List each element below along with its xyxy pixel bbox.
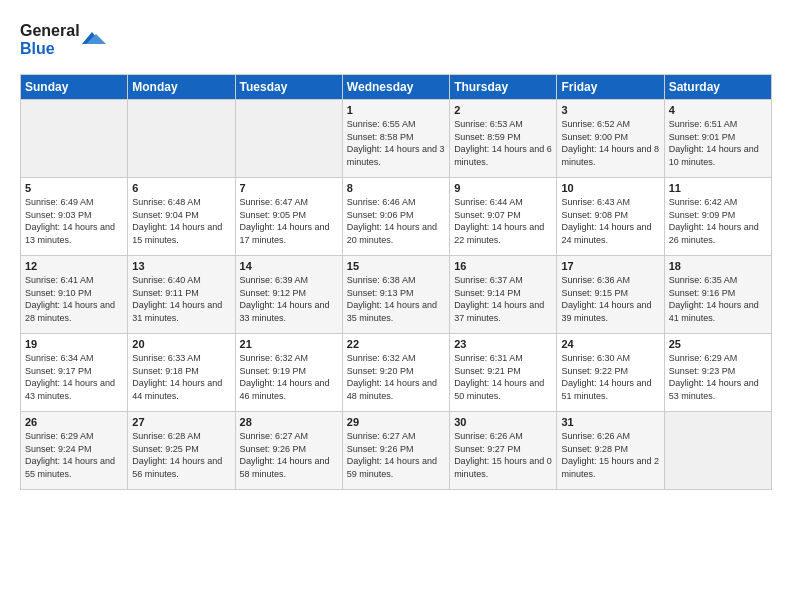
calendar-body: 1Sunrise: 6:55 AMSunset: 8:58 PMDaylight… — [21, 100, 772, 490]
calendar-cell: 1Sunrise: 6:55 AMSunset: 8:58 PMDaylight… — [342, 100, 449, 178]
calendar-week-3: 12Sunrise: 6:41 AMSunset: 9:10 PMDayligh… — [21, 256, 772, 334]
calendar-cell — [21, 100, 128, 178]
cell-content: Sunrise: 6:41 AMSunset: 9:10 PMDaylight:… — [25, 274, 123, 324]
cell-content: Sunrise: 6:49 AMSunset: 9:03 PMDaylight:… — [25, 196, 123, 246]
day-number: 2 — [454, 104, 552, 116]
calendar-cell: 6Sunrise: 6:48 AMSunset: 9:04 PMDaylight… — [128, 178, 235, 256]
calendar-cell: 24Sunrise: 6:30 AMSunset: 9:22 PMDayligh… — [557, 334, 664, 412]
day-number: 30 — [454, 416, 552, 428]
day-number: 27 — [132, 416, 230, 428]
weekday-header-friday: Friday — [557, 75, 664, 100]
day-number: 3 — [561, 104, 659, 116]
cell-content: Sunrise: 6:46 AMSunset: 9:06 PMDaylight:… — [347, 196, 445, 246]
calendar-cell: 5Sunrise: 6:49 AMSunset: 9:03 PMDaylight… — [21, 178, 128, 256]
calendar-cell: 21Sunrise: 6:32 AMSunset: 9:19 PMDayligh… — [235, 334, 342, 412]
day-number: 20 — [132, 338, 230, 350]
calendar-cell: 14Sunrise: 6:39 AMSunset: 9:12 PMDayligh… — [235, 256, 342, 334]
svg-text:Blue: Blue — [20, 40, 55, 57]
calendar-cell: 2Sunrise: 6:53 AMSunset: 8:59 PMDaylight… — [450, 100, 557, 178]
calendar-cell: 4Sunrise: 6:51 AMSunset: 9:01 PMDaylight… — [664, 100, 771, 178]
calendar-cell: 18Sunrise: 6:35 AMSunset: 9:16 PMDayligh… — [664, 256, 771, 334]
calendar-cell: 10Sunrise: 6:43 AMSunset: 9:08 PMDayligh… — [557, 178, 664, 256]
weekday-header-sunday: Sunday — [21, 75, 128, 100]
day-number: 6 — [132, 182, 230, 194]
calendar-cell: 27Sunrise: 6:28 AMSunset: 9:25 PMDayligh… — [128, 412, 235, 490]
cell-content: Sunrise: 6:29 AMSunset: 9:24 PMDaylight:… — [25, 430, 123, 480]
calendar-week-4: 19Sunrise: 6:34 AMSunset: 9:17 PMDayligh… — [21, 334, 772, 412]
page-header: General Blue — [20, 16, 772, 64]
day-number: 25 — [669, 338, 767, 350]
calendar-cell: 17Sunrise: 6:36 AMSunset: 9:15 PMDayligh… — [557, 256, 664, 334]
cell-content: Sunrise: 6:40 AMSunset: 9:11 PMDaylight:… — [132, 274, 230, 324]
day-number: 22 — [347, 338, 445, 350]
cell-content: Sunrise: 6:37 AMSunset: 9:14 PMDaylight:… — [454, 274, 552, 324]
calendar-cell: 23Sunrise: 6:31 AMSunset: 9:21 PMDayligh… — [450, 334, 557, 412]
cell-content: Sunrise: 6:27 AMSunset: 9:26 PMDaylight:… — [347, 430, 445, 480]
logo-icon: General Blue — [20, 16, 110, 60]
day-number: 23 — [454, 338, 552, 350]
cell-content: Sunrise: 6:43 AMSunset: 9:08 PMDaylight:… — [561, 196, 659, 246]
svg-text:General: General — [20, 22, 80, 39]
weekday-header-tuesday: Tuesday — [235, 75, 342, 100]
calendar-header-row: SundayMondayTuesdayWednesdayThursdayFrid… — [21, 75, 772, 100]
calendar-cell: 13Sunrise: 6:40 AMSunset: 9:11 PMDayligh… — [128, 256, 235, 334]
cell-content: Sunrise: 6:39 AMSunset: 9:12 PMDaylight:… — [240, 274, 338, 324]
logo: General Blue — [20, 16, 110, 64]
calendar-week-1: 1Sunrise: 6:55 AMSunset: 8:58 PMDaylight… — [21, 100, 772, 178]
calendar-cell: 20Sunrise: 6:33 AMSunset: 9:18 PMDayligh… — [128, 334, 235, 412]
calendar-week-5: 26Sunrise: 6:29 AMSunset: 9:24 PMDayligh… — [21, 412, 772, 490]
cell-content: Sunrise: 6:52 AMSunset: 9:00 PMDaylight:… — [561, 118, 659, 168]
cell-content: Sunrise: 6:42 AMSunset: 9:09 PMDaylight:… — [669, 196, 767, 246]
cell-content: Sunrise: 6:29 AMSunset: 9:23 PMDaylight:… — [669, 352, 767, 402]
day-number: 26 — [25, 416, 123, 428]
day-number: 8 — [347, 182, 445, 194]
day-number: 18 — [669, 260, 767, 272]
cell-content: Sunrise: 6:35 AMSunset: 9:16 PMDaylight:… — [669, 274, 767, 324]
day-number: 5 — [25, 182, 123, 194]
cell-content: Sunrise: 6:47 AMSunset: 9:05 PMDaylight:… — [240, 196, 338, 246]
calendar-week-2: 5Sunrise: 6:49 AMSunset: 9:03 PMDaylight… — [21, 178, 772, 256]
calendar-cell: 31Sunrise: 6:26 AMSunset: 9:28 PMDayligh… — [557, 412, 664, 490]
calendar-cell: 30Sunrise: 6:26 AMSunset: 9:27 PMDayligh… — [450, 412, 557, 490]
cell-content: Sunrise: 6:53 AMSunset: 8:59 PMDaylight:… — [454, 118, 552, 168]
day-number: 15 — [347, 260, 445, 272]
weekday-header-thursday: Thursday — [450, 75, 557, 100]
day-number: 9 — [454, 182, 552, 194]
day-number: 24 — [561, 338, 659, 350]
day-number: 11 — [669, 182, 767, 194]
weekday-header-monday: Monday — [128, 75, 235, 100]
calendar-cell: 16Sunrise: 6:37 AMSunset: 9:14 PMDayligh… — [450, 256, 557, 334]
day-number: 17 — [561, 260, 659, 272]
calendar-cell: 29Sunrise: 6:27 AMSunset: 9:26 PMDayligh… — [342, 412, 449, 490]
day-number: 10 — [561, 182, 659, 194]
day-number: 28 — [240, 416, 338, 428]
calendar-cell: 15Sunrise: 6:38 AMSunset: 9:13 PMDayligh… — [342, 256, 449, 334]
calendar-cell — [664, 412, 771, 490]
day-number: 19 — [25, 338, 123, 350]
calendar-cell: 19Sunrise: 6:34 AMSunset: 9:17 PMDayligh… — [21, 334, 128, 412]
cell-content: Sunrise: 6:55 AMSunset: 8:58 PMDaylight:… — [347, 118, 445, 168]
calendar-cell: 8Sunrise: 6:46 AMSunset: 9:06 PMDaylight… — [342, 178, 449, 256]
cell-content: Sunrise: 6:36 AMSunset: 9:15 PMDaylight:… — [561, 274, 659, 324]
calendar-cell: 12Sunrise: 6:41 AMSunset: 9:10 PMDayligh… — [21, 256, 128, 334]
cell-content: Sunrise: 6:26 AMSunset: 9:28 PMDaylight:… — [561, 430, 659, 480]
calendar-cell: 28Sunrise: 6:27 AMSunset: 9:26 PMDayligh… — [235, 412, 342, 490]
cell-content: Sunrise: 6:32 AMSunset: 9:19 PMDaylight:… — [240, 352, 338, 402]
cell-content: Sunrise: 6:30 AMSunset: 9:22 PMDaylight:… — [561, 352, 659, 402]
cell-content: Sunrise: 6:27 AMSunset: 9:26 PMDaylight:… — [240, 430, 338, 480]
cell-content: Sunrise: 6:44 AMSunset: 9:07 PMDaylight:… — [454, 196, 552, 246]
day-number: 12 — [25, 260, 123, 272]
weekday-header-wednesday: Wednesday — [342, 75, 449, 100]
day-number: 1 — [347, 104, 445, 116]
calendar-cell: 25Sunrise: 6:29 AMSunset: 9:23 PMDayligh… — [664, 334, 771, 412]
calendar-cell — [235, 100, 342, 178]
cell-content: Sunrise: 6:51 AMSunset: 9:01 PMDaylight:… — [669, 118, 767, 168]
calendar-table: SundayMondayTuesdayWednesdayThursdayFrid… — [20, 74, 772, 490]
calendar-cell: 26Sunrise: 6:29 AMSunset: 9:24 PMDayligh… — [21, 412, 128, 490]
cell-content: Sunrise: 6:48 AMSunset: 9:04 PMDaylight:… — [132, 196, 230, 246]
cell-content: Sunrise: 6:32 AMSunset: 9:20 PMDaylight:… — [347, 352, 445, 402]
day-number: 14 — [240, 260, 338, 272]
calendar-cell: 9Sunrise: 6:44 AMSunset: 9:07 PMDaylight… — [450, 178, 557, 256]
calendar-cell: 22Sunrise: 6:32 AMSunset: 9:20 PMDayligh… — [342, 334, 449, 412]
calendar-cell: 11Sunrise: 6:42 AMSunset: 9:09 PMDayligh… — [664, 178, 771, 256]
